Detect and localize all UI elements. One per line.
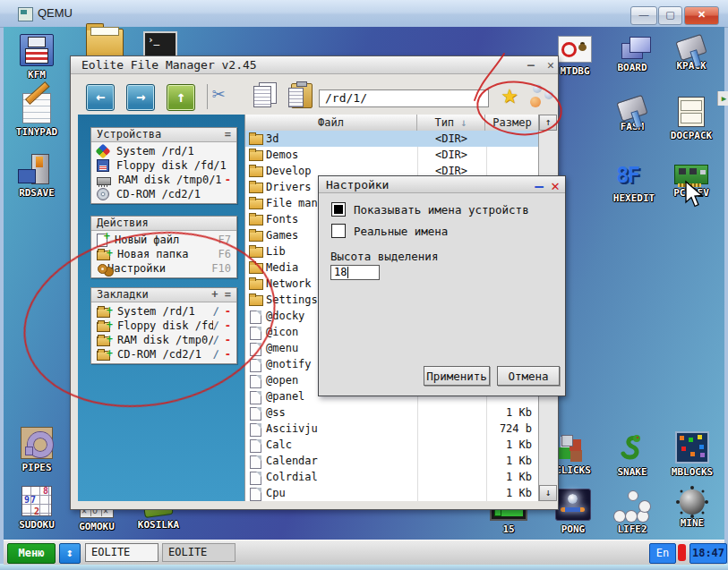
remove-bookmark-icon[interactable]: -	[225, 319, 231, 333]
task-button[interactable]: EOLITE	[85, 543, 158, 562]
checkbox-row[interactable]: Реальные имена	[331, 224, 448, 238]
action-item[interactable]: Новая папкаF6	[91, 247, 236, 261]
path-input[interactable]: /rd/1/ ▶	[319, 89, 489, 107]
remove-bookmark-icon[interactable]: -	[225, 347, 231, 362]
column-header-size[interactable]: Размер	[485, 115, 539, 131]
desktop-icon-fasm[interactable]: FASM	[607, 95, 657, 132]
eolite-close-icon[interactable]: ✕	[544, 58, 558, 72]
collapse-icon[interactable]: =	[225, 128, 231, 141]
file-row[interactable]: Demos<DIR>	[245, 147, 539, 163]
row-height-input[interactable]: 18	[330, 265, 380, 280]
toolbar-separator	[207, 84, 208, 109]
bookmark-item[interactable]: RAM disk /tmp0/1∕-	[91, 333, 236, 347]
apply-button[interactable]: Применить	[424, 366, 490, 386]
copy-icon[interactable]	[253, 86, 271, 107]
desktop-icon-hexedit[interactable]: HEXEDIT	[609, 165, 659, 204]
checkbox-row[interactable]: Показывать имена устройств	[331, 202, 529, 217]
forward-button[interactable]: →	[126, 84, 155, 111]
cut-icon[interactable]: ✂	[212, 81, 225, 106]
dialog-minimize-icon[interactable]: —	[533, 177, 545, 191]
path-text: /rd/1/	[325, 91, 367, 105]
eolite-minimize-icon[interactable]: —	[524, 58, 538, 72]
paste-icon[interactable]	[291, 83, 313, 108]
bookmark-item[interactable]: CD-ROM /cd2/1∕-	[91, 347, 236, 362]
desktop-icon-label: LIFE2	[607, 523, 657, 535]
checkbox-unchecked[interactable]	[331, 224, 346, 238]
edit-bookmark-icon[interactable]: ∕	[213, 333, 219, 347]
remove-bookmark-icon[interactable]: -	[225, 333, 231, 347]
hotkey-label: F7	[218, 233, 231, 247]
remove-device-icon[interactable]: -	[225, 173, 231, 187]
desktop-icon-pcidev[interactable]: PCIDEV	[666, 159, 716, 199]
bookmark-item[interactable]: System /rd/1∕-	[91, 304, 236, 319]
desktop-icon-board[interactable]: BOARD	[607, 36, 657, 73]
close-button[interactable]: ✕	[684, 6, 719, 25]
device-item[interactable]: System /rd/1	[91, 144, 236, 158]
file-row[interactable]: 3d<DIR>	[245, 131, 539, 147]
action-item[interactable]: НастройкиF10	[91, 261, 236, 276]
file-row[interactable]: Calendar1 Kb	[245, 453, 539, 469]
edit-bookmark-icon[interactable]: ∕	[213, 319, 219, 333]
scroll-down-button[interactable]: ↓	[539, 485, 557, 501]
ball-icon[interactable]	[530, 97, 541, 107]
edit-bookmark-icon[interactable]: ∕	[213, 347, 219, 362]
desktop-icon-snake[interactable]: SNAKE	[607, 433, 657, 478]
column-header-file[interactable]: Файл	[245, 115, 417, 131]
eolite-titlebar[interactable]: Eolite File Manager v2.45	[71, 56, 558, 74]
device-label: CD-ROM /cd2/1	[116, 187, 231, 201]
ball-icon[interactable]	[533, 84, 542, 93]
device-item[interactable]: Floppy disk /fd/1	[91, 158, 236, 173]
hammer-icon	[616, 95, 647, 122]
dialog-close-icon[interactable]: ✕	[549, 177, 561, 191]
file-row[interactable]: Calc1 Kb	[245, 437, 539, 453]
desktop-icon-rdsave[interactable]: RDSAVE	[12, 154, 62, 199]
device-item[interactable]: CD-ROM /cd2/1	[91, 187, 236, 201]
qemu-titlebar[interactable]: QEMU — ▢ ✕	[0, 0, 728, 28]
edit-bookmark-icon[interactable]: ∕	[213, 304, 219, 319]
task-button[interactable]: EOLITE	[162, 543, 236, 562]
language-indicator[interactable]: En	[649, 543, 676, 564]
checkbox-checked[interactable]	[331, 202, 346, 217]
bookmark-item[interactable]: Floppy disk /fd/1∕-	[91, 319, 236, 333]
cancel-button[interactable]: Отмена	[497, 366, 560, 386]
file-row[interactable]: Colrdial1 Kb	[245, 469, 539, 485]
file-row[interactable]: Cpu1 Kb	[245, 485, 539, 501]
desktop-icon-docpack[interactable]: DOCPACK	[666, 97, 716, 141]
desktop-icon-kfm[interactable]: KFM	[12, 34, 62, 81]
remove-bookmark-icon[interactable]: -	[225, 304, 231, 319]
ball-icon[interactable]	[544, 90, 553, 99]
menu-button[interactable]: Меню	[7, 543, 56, 564]
minimize-button[interactable]: —	[630, 6, 657, 25]
eolite-folder-icon[interactable]	[86, 29, 124, 57]
desktop-icon-sudoku[interactable]: SUDOKU	[12, 486, 62, 531]
bookmarks-controls[interactable]: + =	[211, 288, 231, 302]
action-label: Новый файл	[115, 233, 218, 247]
file-size: 1 Kb	[485, 469, 532, 485]
window-switch-button[interactable]: ↕	[59, 543, 81, 564]
folder-icon	[249, 279, 263, 290]
back-button[interactable]: ←	[86, 84, 115, 111]
bookmark-star-icon[interactable]: ★	[501, 78, 518, 109]
file-name: Media	[266, 259, 298, 276]
device-item[interactable]: RAM disk /tmp0/1-	[91, 173, 236, 187]
desktop-icon-kpack[interactable]: KPACK	[666, 34, 716, 72]
file-row[interactable]: Asciivju724 b	[245, 421, 539, 437]
desktop-icon-life2[interactable]: LIFE2	[607, 490, 657, 535]
qemu-bottom-border	[0, 564, 728, 570]
column-header-type[interactable]: Тип ↓	[417, 115, 485, 131]
bookmark-label: Floppy disk /fd/1	[117, 319, 213, 333]
go-button[interactable]: ▶	[717, 91, 728, 106]
up-button[interactable]: ↑	[167, 84, 195, 111]
desktop-icon-mblocks[interactable]: MBLOCKS	[667, 431, 717, 478]
desktop-icon-mine[interactable]: MINE	[667, 487, 717, 529]
action-item[interactable]: Новый файлF7	[91, 233, 236, 247]
dialog-titlebar[interactable]: Настройки	[319, 176, 565, 193]
clock[interactable]: 18:47	[689, 543, 727, 564]
scroll-up-button[interactable]: ↑	[539, 115, 557, 131]
maximize-button[interactable]: ▢	[658, 6, 682, 25]
hotkey-label: F6	[218, 247, 231, 261]
file-row[interactable]: @ss1 Kb	[245, 404, 539, 421]
desktop-icon-tinypad[interactable]: TINYPAD	[12, 93, 62, 138]
desktop-icon-pipes[interactable]: PIPES	[12, 427, 62, 473]
snake-icon	[607, 433, 657, 464]
